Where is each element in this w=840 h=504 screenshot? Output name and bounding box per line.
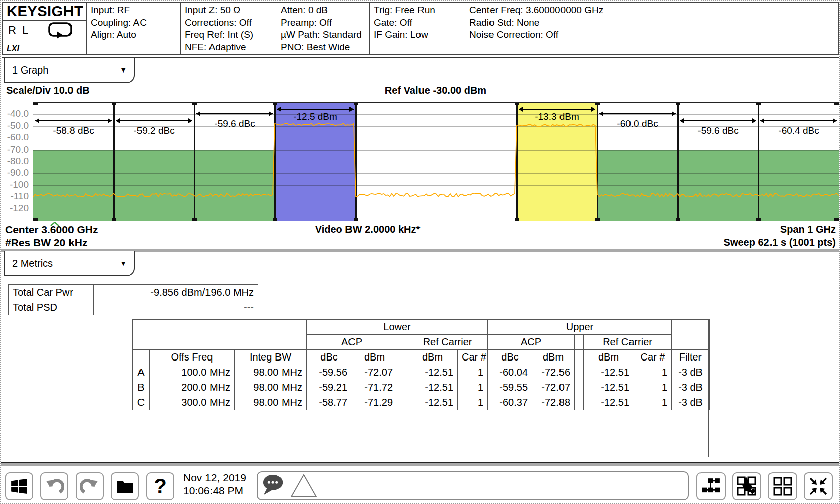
logo-block: KEYSIGHT R L LXI <box>3 3 87 54</box>
column-header: dBc <box>488 350 532 365</box>
span-label: Span 1 GHz <box>780 224 836 235</box>
table-row: Offs FreqInteg BWdBcdBmdBmCar #dBcdBmdBm… <box>133 350 710 365</box>
block-diagram-button[interactable] <box>696 472 726 500</box>
analyzer-screen: KEYSIGHT R L LXI Input: RFCoupling: ACAl… <box>0 0 840 504</box>
y-axis-labels: -40.0-50.0-60.0-70.0-80.0-90.0-100-110-1… <box>1 102 30 220</box>
scale-div-label: Scale/Div 10.0 dB <box>6 85 90 96</box>
acp-value: -3 dB <box>672 380 710 395</box>
chat-bubble-icon <box>261 473 287 498</box>
column-header: Filter <box>672 350 710 365</box>
collapse-button[interactable] <box>804 472 833 500</box>
message-panel[interactable] <box>257 471 689 500</box>
header-column: Atten: 0 dBPreamp: OffµW Path: StandardP… <box>276 3 370 54</box>
header-setting-line: Center Freq: 3.600000000 GHz <box>469 4 834 17</box>
y-axis-tick: -60.0 <box>7 132 29 143</box>
metrics-window-tab[interactable]: 2 Metrics ▼ <box>4 251 135 276</box>
touch-select-button[interactable] <box>732 472 761 500</box>
chevron-down-icon: ▼ <box>120 259 127 267</box>
column-header: dBm <box>532 350 575 365</box>
y-axis-tick: -40.0 <box>7 108 29 119</box>
summary-label: Total Car Pwr <box>9 285 94 300</box>
windows-button[interactable] <box>5 472 33 500</box>
acp-value: -12.51 <box>584 395 634 410</box>
measure-arrow <box>680 120 756 121</box>
column-header: Car # <box>458 350 488 365</box>
y-axis-tick: -100 <box>10 179 29 190</box>
header-column: Input: RFCoupling: ACAlign: Auto <box>87 3 181 54</box>
block-diagram-icon <box>702 477 721 495</box>
acp-value: 1 <box>458 395 488 410</box>
window-layout-button[interactable] <box>768 472 797 500</box>
graph-window-tab[interactable]: 1 Graph ▼ <box>4 58 135 83</box>
measure-label: -59.2 dBc <box>133 125 174 136</box>
lxi-logo: LXI <box>7 44 19 53</box>
header-setting-line: IF Gain: Low <box>374 29 461 41</box>
sub-header: ACP <box>488 335 575 350</box>
column-header <box>397 350 407 365</box>
header-column: Input Z: 50 ΩCorrections: OffFreq Ref: I… <box>181 3 276 54</box>
acp-value: 1 <box>634 380 672 395</box>
acp-value: -60.37 <box>488 395 532 410</box>
spectrum-plot[interactable]: -58.8 dBc-59.2 dBc-59.6 dBc-12.5 dBm-13.… <box>33 102 839 221</box>
acp-value: 300.0 MHz <box>150 395 235 410</box>
column-header: dBm <box>584 350 634 365</box>
measure-label: -60.4 dBc <box>778 125 819 136</box>
metrics-tab-label: 2 Metrics <box>12 258 53 269</box>
redo-button[interactable] <box>76 472 104 500</box>
header-setting-line: PNO: Best Wide <box>281 41 365 54</box>
acp-value: -3 dB <box>672 365 710 380</box>
acp-value: -59.55 <box>488 380 532 395</box>
header-setting-line: Atten: 0 dB <box>281 4 365 17</box>
header-setting-line: Noise Correction: Off <box>469 29 834 41</box>
table-row: B200.0 MHz98.00 MHz-59.21-71.72-12.511-5… <box>133 380 710 395</box>
acp-value: -59.21 <box>307 380 352 395</box>
y-axis-tick: -110 <box>10 191 29 202</box>
acp-value: -58.77 <box>307 395 352 410</box>
acp-value <box>575 380 584 395</box>
continuous-sweep-icon[interactable] <box>48 22 73 43</box>
y-axis-tick: -70.0 <box>7 144 29 155</box>
table-row: Total Car Pwr -9.856 dBm/196.0 MHz <box>9 285 258 300</box>
res-bw-label: #Res BW 20 kHz <box>5 237 87 249</box>
acp-results-box: LowerUpperACPRef CarrierACPRef CarrierOf… <box>132 319 709 457</box>
acp-value: B <box>133 380 150 395</box>
acp-value: 98.00 MHz <box>235 380 307 395</box>
help-icon: ? <box>154 476 167 497</box>
acp-table: LowerUpperACPRef CarrierACPRef CarrierOf… <box>132 319 710 410</box>
acp-value: 1 <box>458 380 488 395</box>
header-setting-line: µW Path: Standard <box>281 29 365 41</box>
acp-value: 1 <box>634 365 672 380</box>
acp-value: 100.0 MHz <box>150 365 235 380</box>
measure-label: -58.8 dBc <box>53 125 94 136</box>
acp-value: 98.00 MHz <box>235 365 307 380</box>
acp-cell <box>575 335 584 350</box>
help-button[interactable]: ? <box>146 472 174 500</box>
y-axis-tick: -80.0 <box>7 156 29 167</box>
date-text: Nov 12, 2019 <box>183 471 246 484</box>
acp-value: -12.51 <box>584 380 634 395</box>
rl-indicator: R L <box>8 24 30 37</box>
sub-header: Ref Carrier <box>407 335 488 350</box>
table-row: Total PSD --- <box>9 300 258 315</box>
center-freq-label: Center 3.6000 GHz <box>5 224 98 236</box>
touch-select-icon <box>737 476 757 496</box>
table-row: LowerUpper <box>133 320 710 335</box>
undo-icon <box>45 477 64 496</box>
summary-value: --- <box>94 300 258 315</box>
column-header: Integ BW <box>235 350 307 365</box>
acp-value: 200.0 MHz <box>150 380 235 395</box>
header-column: Trig: Free RunGate: OffIF Gain: Low <box>370 3 465 54</box>
file-explorer-button[interactable] <box>111 472 139 500</box>
header-setting-line: Preamp: Off <box>281 17 365 29</box>
datetime-display: Nov 12, 2019 10:06:48 PM <box>183 471 246 497</box>
measure-label: -59.6 dBc <box>697 125 738 136</box>
logo-divider <box>3 20 86 21</box>
acp-value: -72.88 <box>532 395 575 410</box>
undo-button[interactable] <box>40 472 68 500</box>
acp-value: 1 <box>458 365 488 380</box>
column-header: Car # <box>634 350 672 365</box>
header-setting-line: Gate: Off <box>374 17 461 29</box>
measure-arrow <box>35 120 112 121</box>
keysight-logo: KEYSIGHT <box>3 3 86 20</box>
acp-value: -72.07 <box>352 365 397 380</box>
